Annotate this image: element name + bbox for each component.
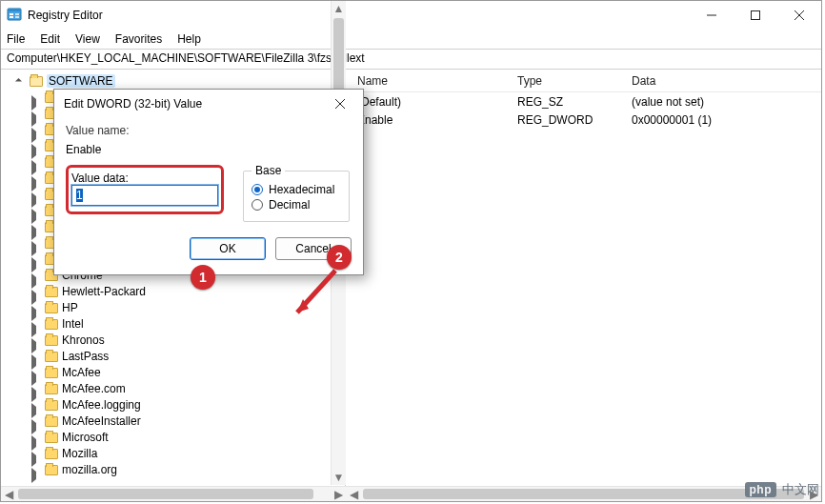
tree-node[interactable]: LastPass (45, 349, 345, 365)
tree-label: Intel (62, 317, 84, 331)
tree-node[interactable]: McAfeeInstaller (45, 413, 345, 430)
menu-edit[interactable]: Edit (40, 32, 60, 46)
close-button[interactable] (777, 1, 821, 30)
cell-name: Enable (346, 113, 517, 127)
menu-bar: File Edit View Favorites Help (1, 30, 821, 49)
ok-button[interactable]: OK (190, 237, 266, 260)
tree-label: HP (62, 301, 78, 314)
title-bar: Registry Editor (1, 1, 821, 30)
scroll-left-icon[interactable]: ◀ (1, 487, 16, 501)
address-text: Computer\HKEY_LOCAL_MACHINE\SOFTWARE\Fil… (7, 51, 365, 65)
folder-icon (45, 368, 58, 378)
dialog-title: Edit DWORD (32-bit) Value (64, 97, 202, 111)
folder-icon (45, 303, 58, 313)
svg-rect-4 (15, 16, 19, 18)
tree-label: Microsoft (62, 431, 109, 444)
list-row[interactable]: EnableREG_DWORD0x00000001 (1) (346, 111, 821, 129)
base-group: Base Hexadecimal Decimal (243, 164, 350, 222)
cell-type: REG_DWORD (517, 113, 632, 127)
tree-label: Hewlett-Packard (62, 285, 146, 298)
dialog-close-button[interactable] (327, 91, 353, 116)
dialog-title-bar: Edit DWORD (32-bit) Value (54, 90, 363, 118)
list-row[interactable]: (Default)REG_SZ(value not set) (346, 92, 821, 111)
folder-icon (45, 287, 58, 297)
list-pane[interactable]: Name Type Data (Default)REG_SZ(value not… (346, 70, 821, 501)
scroll-down-icon[interactable]: ▼ (332, 470, 346, 485)
tree-node[interactable]: mozilla.org (45, 462, 345, 478)
folder-icon (45, 384, 58, 394)
folder-icon (45, 352, 58, 362)
annotation-arrow (286, 267, 345, 326)
value-data-input[interactable] (71, 185, 218, 206)
window-title: Registry Editor (28, 9, 103, 22)
scroll-thumb[interactable] (363, 489, 804, 499)
radio-off-icon (252, 199, 263, 211)
folder-icon (45, 335, 58, 346)
cell-data: (value not set) (632, 95, 821, 109)
value-name-field: Enable (66, 143, 352, 156)
watermark: php 中文网 (745, 481, 820, 498)
annotation-marker-2: 2 (327, 245, 352, 270)
menu-help[interactable]: Help (177, 32, 201, 46)
scroll-left-icon[interactable]: ◀ (346, 487, 361, 501)
tree-node[interactable]: Khronos (45, 333, 345, 349)
svg-rect-1 (10, 13, 13, 15)
col-header-type[interactable]: Type (517, 74, 632, 88)
tree-label: LastPass (62, 350, 109, 363)
menu-file[interactable]: File (7, 32, 25, 46)
tree-label: McAfeeInstaller (62, 414, 141, 428)
tree-label: SOFTWARE (47, 74, 115, 88)
svg-rect-2 (10, 16, 13, 18)
value-name-label: Value name: (66, 124, 352, 137)
value-data-label: Value data: (71, 171, 218, 185)
tree-label: mozilla.org (62, 463, 117, 476)
radio-hexadecimal[interactable]: Hexadecimal (252, 183, 341, 196)
folder-icon (45, 319, 58, 330)
folder-icon (45, 433, 58, 443)
annotation-marker-1: 1 (191, 265, 215, 290)
tree-node[interactable]: McAfee.com (45, 381, 345, 397)
base-legend: Base (252, 164, 285, 177)
tree-node[interactable]: McAfee (45, 365, 345, 381)
cell-type: REG_SZ (517, 95, 632, 109)
tree-horizontal-scrollbar[interactable]: ◀ ▶ (1, 486, 346, 501)
svg-rect-5 (8, 9, 21, 11)
tree-label: Mozilla (62, 447, 97, 460)
radio-decimal[interactable]: Decimal (252, 198, 341, 212)
menu-view[interactable]: View (75, 32, 100, 46)
folder-icon (45, 400, 58, 411)
tree-node[interactable]: Microsoft (45, 430, 345, 446)
address-bar[interactable]: Computer\HKEY_LOCAL_MACHINE\SOFTWARE\Fil… (1, 49, 821, 70)
folder-icon (45, 465, 58, 475)
tree-label: McAfee.logging (62, 398, 141, 412)
list-header: Name Type Data (346, 70, 821, 92)
maximize-button[interactable] (734, 1, 777, 30)
tree-node[interactable]: McAfee.logging (45, 397, 345, 413)
svg-rect-3 (15, 13, 19, 15)
menu-favorites[interactable]: Favorites (115, 32, 162, 46)
scroll-thumb[interactable] (18, 489, 313, 499)
watermark-badge: php (745, 482, 777, 497)
watermark-text: 中文网 (782, 481, 819, 498)
folder-icon (45, 449, 58, 459)
minimize-button[interactable] (690, 1, 734, 30)
cell-name: (Default) (346, 95, 517, 109)
value-data-highlight: Value data: (66, 165, 224, 214)
tree-label: McAfee.com (62, 382, 126, 395)
cell-data: 0x00000001 (1) (632, 113, 821, 127)
scroll-right-icon[interactable]: ▶ (331, 487, 346, 501)
folder-icon (45, 416, 58, 427)
svg-rect-7 (752, 11, 760, 20)
tree-label: Khronos (62, 333, 105, 347)
tree-label: McAfee (62, 366, 101, 379)
col-header-data[interactable]: Data (632, 74, 821, 88)
tree-node[interactable]: Mozilla (45, 446, 345, 462)
app-icon (7, 7, 22, 25)
list-rows: (Default)REG_SZ(value not set)EnableREG_… (346, 92, 821, 129)
col-header-name[interactable]: Name (346, 74, 517, 88)
edit-dword-dialog: Edit DWORD (32-bit) Value Value name: En… (53, 89, 364, 275)
radio-on-icon (252, 184, 263, 195)
